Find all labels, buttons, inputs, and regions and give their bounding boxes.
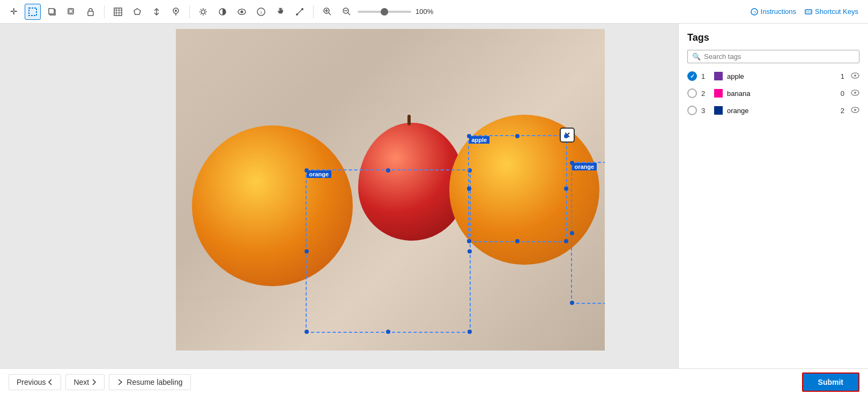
search-icon: 🔍	[692, 53, 701, 61]
bbox-apple-label: apple	[469, 136, 490, 144]
region-tool[interactable]	[110, 4, 126, 20]
tag-num-apple: 1	[701, 72, 710, 80]
copy-tool[interactable]	[44, 4, 60, 20]
next-button[interactable]: Next	[65, 374, 105, 390]
handle-bm[interactable]	[386, 330, 390, 334]
handle-tm[interactable]	[386, 168, 390, 173]
svg-text:i: i	[261, 10, 262, 15]
sep1	[104, 5, 105, 18]
handle-ml[interactable]	[305, 249, 309, 254]
zoom-label: 100%	[416, 8, 433, 16]
svg-rect-5	[88, 11, 93, 16]
move-tool[interactable]: ✛	[5, 4, 21, 20]
bbox-orange-left-label: orange	[307, 170, 332, 178]
submit-button[interactable]: Submit	[802, 372, 859, 392]
visibility-tool[interactable]	[234, 4, 250, 20]
tag-eye-orange[interactable]	[851, 107, 859, 115]
svg-line-24	[201, 13, 202, 14]
svg-rect-6	[114, 8, 122, 16]
tag-color-banana	[714, 89, 723, 98]
instructions-btn[interactable]: ? Instructions	[751, 8, 796, 16]
info-tool[interactable]: i	[253, 4, 269, 20]
brightness-tool[interactable]	[195, 4, 211, 20]
previous-button[interactable]: Previous	[9, 374, 61, 390]
svg-text:?: ?	[753, 10, 756, 15]
apple-handle-tr[interactable]	[564, 134, 568, 138]
pan-tool[interactable]	[272, 4, 288, 20]
tag-count-apple: 1	[841, 72, 844, 80]
svg-rect-0	[29, 8, 36, 16]
shortcut-keys-label: Shortcut Keys	[815, 8, 858, 16]
bbox-orange-left[interactable]: orange	[306, 169, 471, 333]
zoom-out-tool[interactable]	[338, 4, 354, 20]
svg-point-16	[202, 10, 205, 13]
tag-count-banana: 0	[841, 90, 844, 98]
orange-r-handle-bl[interactable]	[570, 301, 574, 305]
tag-row-banana[interactable]: 2 banana 0	[687, 87, 859, 100]
apple-handle-br[interactable]	[564, 239, 568, 243]
apple-handle-bm[interactable]	[515, 239, 520, 243]
svg-point-15	[175, 10, 177, 12]
tag-row-orange[interactable]: 3 orange 2	[687, 104, 859, 117]
top-right-buttons: ? Instructions Shortcut Keys	[751, 8, 858, 16]
zoom-slider-area: 100%	[358, 8, 433, 16]
handle-bl[interactable]	[305, 330, 309, 334]
tag-row-apple[interactable]: 1 apple 1	[687, 70, 859, 83]
svg-line-38	[348, 13, 350, 15]
handle-mr[interactable]	[468, 249, 472, 254]
tag-num-orange: 3	[701, 107, 710, 115]
svg-line-22	[205, 13, 206, 14]
svg-line-34	[329, 13, 331, 15]
shortcut-keys-btn[interactable]: Shortcut Keys	[805, 8, 858, 16]
handle-br[interactable]	[468, 330, 472, 334]
previous-label: Previous	[17, 378, 46, 386]
apple-handle-ml[interactable]	[467, 187, 471, 191]
search-box[interactable]: 🔍	[687, 50, 859, 63]
bbox-apple[interactable]: apple ✕	[468, 135, 567, 242]
apple-handle-mr[interactable]	[564, 187, 568, 191]
zoom-in-tool[interactable]	[319, 4, 335, 20]
svg-point-49	[854, 92, 856, 94]
tag-eye-apple[interactable]	[851, 72, 859, 80]
crop-tool[interactable]	[63, 4, 79, 20]
svg-rect-4	[69, 10, 72, 13]
svg-line-21	[201, 9, 202, 10]
image-container[interactable]: orange apple ✕	[176, 29, 605, 351]
stacked-tool[interactable]	[149, 4, 165, 20]
resume-labeling-button[interactable]: Resume labeling	[109, 374, 190, 390]
main-area: orange apple ✕	[0, 24, 868, 368]
select-tool[interactable]	[25, 4, 41, 20]
sep3	[313, 5, 314, 18]
sep2	[189, 5, 190, 18]
bottom-bar: Previous Next Resume labeling Submit	[0, 368, 868, 395]
tag-list: 1 apple 1 2 banana 0	[687, 70, 859, 117]
pin-tool[interactable]	[168, 4, 184, 20]
tag-count-orange: 2	[841, 107, 844, 115]
contrast-tool[interactable]	[214, 4, 231, 20]
search-input[interactable]	[704, 53, 855, 61]
tag-color-orange	[714, 106, 723, 115]
lock-tool[interactable]	[83, 4, 99, 20]
apple-stem	[407, 115, 411, 125]
bbox-orange-right[interactable]: orange	[571, 162, 605, 304]
zoom-slider[interactable]	[358, 11, 411, 13]
tag-name-banana: banana	[727, 90, 836, 98]
line-tool[interactable]	[292, 4, 308, 20]
apple-handle-tm[interactable]	[515, 134, 520, 138]
canvas-area: orange apple ✕	[0, 24, 678, 368]
apple-handle-tl[interactable]	[467, 134, 471, 138]
orange-r-handle-ml[interactable]	[570, 231, 574, 235]
tag-radio-banana[interactable]	[687, 88, 697, 98]
tag-radio-apple[interactable]	[687, 71, 697, 81]
handle-tl[interactable]	[305, 168, 309, 173]
polygon-tool[interactable]	[129, 4, 145, 20]
apple-handle-bl[interactable]	[467, 239, 471, 243]
tag-radio-orange[interactable]	[687, 106, 697, 115]
tag-eye-banana[interactable]	[851, 90, 859, 98]
svg-line-23	[205, 9, 206, 10]
resume-label: Resume labeling	[127, 378, 182, 386]
svg-rect-2	[49, 9, 54, 14]
tag-color-apple	[714, 72, 723, 80]
orange-r-handle-tl[interactable]	[570, 161, 574, 165]
tag-name-apple: apple	[727, 72, 836, 80]
